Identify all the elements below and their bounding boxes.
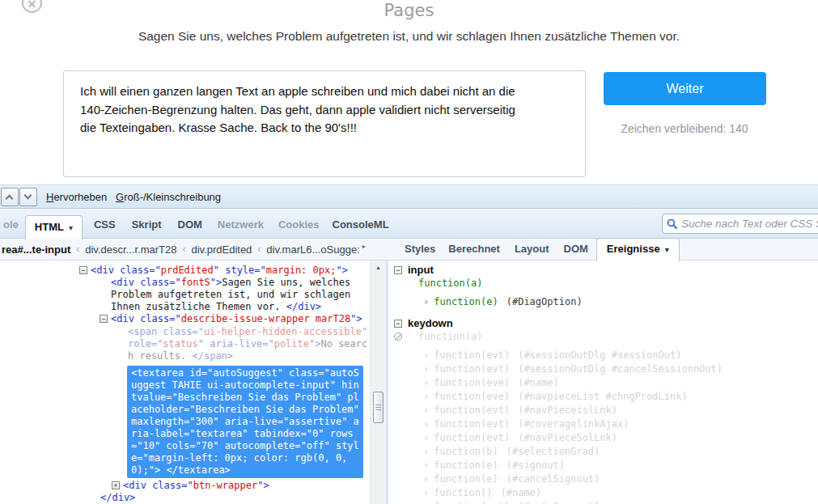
handler-selector-label: (#autoSuggest) (518, 501, 600, 504)
tab-label: Netzwerk (218, 218, 264, 231)
node-div-fontS[interactable]: <div class="fontS">Sagen Sie uns, welche… (111, 277, 355, 313)
event-handler-row[interactable]: ›function(eve)(#name) (388, 376, 818, 390)
chevron-down-icon (24, 192, 32, 200)
tab-label: Berechnet (448, 243, 500, 255)
expander-minus-icon[interactable]: − (100, 315, 108, 323)
handler-selector-label: (#coveragelinkAjax) (518, 418, 629, 430)
chevron-right-icon[interactable]: › (423, 363, 429, 375)
event-handler-row[interactable]: ›function(e)(#signout) (388, 459, 818, 472)
event-handler-row[interactable]: ›function(b)(#selectionGrad) (388, 445, 818, 459)
expander-minus-icon[interactable]: − (394, 320, 402, 328)
search-icon (667, 218, 678, 230)
handler-selector-label: (#signout) (506, 460, 565, 471)
event-handler-row[interactable]: ›function(eve)(#navpieceList #chngProdLi… (388, 390, 818, 404)
breadcrumb-item[interactable]: div.marL6...oSugge: (266, 244, 359, 256)
node-div-btn-wrapper[interactable]: +<div class="btn-wrapper"> (123, 480, 293, 492)
chevron-right-icon[interactable]: › (423, 473, 429, 485)
event-handler-row[interactable]: ›function(evt)(#coveragelinkAjax) (388, 417, 818, 431)
chevron-right-icon[interactable]: › (423, 501, 429, 504)
handler-function-label: function(b) (434, 446, 498, 457)
event-handler-row[interactable]: function(a) (388, 277, 818, 290)
issue-textarea-value: Ich will einen ganzen langen Text an app… (64, 71, 533, 138)
issue-textarea[interactable]: Ich will einen ganzen langen Text an app… (63, 70, 586, 177)
chevron-right-icon[interactable]: › (423, 418, 429, 430)
tab-dom[interactable]: DOM (176, 218, 204, 239)
node-span-ui-helper-hidden[interactable]: <span class="ui-helper-hidden-accessible… (128, 326, 370, 362)
tab-label: DOM (178, 218, 202, 231)
event-section-keydown: −keydownfunction(a)›function(evt)(#sessi… (388, 316, 818, 504)
event-handler-row[interactable]: ›function()(#name) (388, 486, 818, 500)
expander-plus-icon[interactable]: + (112, 481, 120, 489)
expander-minus-icon[interactable]: − (79, 266, 87, 274)
tab-styles[interactable]: Styles (403, 239, 437, 260)
event-type-input[interactable]: −input (388, 263, 818, 277)
breadcrumb-item[interactable]: div.prdEdited (191, 244, 252, 256)
tab-html[interactable]: HTML▾ (25, 215, 83, 239)
tab-berechnet[interactable]: Berechnet (447, 239, 502, 260)
chevron-right-icon[interactable]: › (423, 377, 429, 388)
handler-function-label: function(e) (434, 296, 498, 307)
devtools-search-box[interactable] (662, 214, 818, 234)
handler-function-label: function(evt) (434, 349, 510, 361)
tab-cookies[interactable]: Cookies (277, 218, 321, 239)
tab-skript[interactable]: Skript (130, 218, 163, 239)
tab-ereignisse[interactable]: Ereignisse▾ (596, 238, 680, 261)
chevron-right-icon[interactable]: › (423, 296, 429, 307)
node-div-prdEdited[interactable]: −<div class="prdEdited" style="margin: 0… (91, 265, 366, 277)
event-handler-row[interactable]: ›function(evt)(#sessionOutDlg #cancelSes… (388, 362, 818, 376)
page-subtitle: Sagen Sie uns, welches Problem aufgetret… (0, 29, 818, 44)
chevron-right-icon[interactable]: › (423, 460, 429, 471)
page-title: Pages (0, 1, 818, 20)
events-list: −inputfunction(a)›function(e)(#DiagOptio… (388, 263, 818, 504)
events-panel-tabs: StylesBerechnetLayoutDOMEreignisse▾ (396, 239, 680, 260)
breadcrumb-overflow-icon[interactable]: ▸ (362, 243, 366, 250)
node-div-describe-issue-wrapper[interactable]: −<div class="describe-issue-wrapper marT… (111, 313, 370, 325)
highlight-all-button[interactable]: Hervorheben (46, 191, 107, 203)
chevron-right-icon[interactable]: › (423, 487, 429, 498)
handler-selector-label: (#sessionOutDlg #sessionOut) (518, 349, 681, 361)
handler-selector-label: (#navPieceislLnk) (518, 404, 617, 416)
event-handler-row[interactable]: ›function(evt)(#navPieceSolLnk) (388, 431, 818, 445)
vertical-scrollbar[interactable]: ▲ (370, 260, 386, 504)
event-handler-row[interactable]: function(a) (388, 330, 818, 344)
chevron-right-icon[interactable]: › (423, 391, 429, 402)
chevron-right-icon[interactable]: › (423, 432, 429, 443)
tab-netzwerk[interactable]: Netzwerk (216, 218, 265, 239)
chevron-right-icon[interactable]: › (423, 349, 429, 361)
event-type-keydown[interactable]: −keydown (388, 316, 818, 330)
node-textarea-autoSuggest[interactable]: <textarea id="autoSuggest" class="autoSu… (127, 366, 363, 478)
find-next-button[interactable] (19, 188, 37, 206)
chevron-right-icon[interactable]: › (423, 404, 429, 416)
tab-layout[interactable]: Layout (513, 239, 551, 260)
event-handler-row[interactable]: ›function(evt)(#navPieceislLnk) (388, 404, 818, 417)
chevron-right-icon[interactable]: › (423, 446, 429, 457)
handler-function-label: function(e) (434, 460, 498, 471)
breadcrumb-item[interactable]: rea#...te-input (2, 244, 70, 256)
handler-selector-label: (#selectionGrad) (506, 446, 600, 457)
match-case-button[interactable]: Groß-/Kleinschreibung (116, 191, 221, 203)
breadcrumb-item[interactable]: div.descr...r.marT28 (85, 244, 176, 256)
expander-minus-icon[interactable]: − (394, 266, 402, 274)
chevron-left-icon: ‹ (257, 244, 261, 255)
event-handler-row[interactable]: ›function(e)(#cancelSignout) (388, 472, 818, 486)
tab-css[interactable]: CSS (92, 218, 117, 239)
find-previous-button[interactable] (1, 188, 19, 206)
event-handler-row[interactable]: ›function(evt)(#autoSuggest) (388, 500, 818, 504)
scroll-up-arrow-icon[interactable]: ▲ (371, 265, 386, 270)
weiter-button[interactable]: Weiter (604, 72, 766, 105)
tab-label: Layout (515, 243, 549, 255)
event-handler-row[interactable]: ›function(evt)(#sessionOutDlg #sessionOu… (388, 349, 818, 362)
tab-label: DOM (564, 243, 588, 255)
tab-consoleml[interactable]: ConsoleML (331, 218, 391, 239)
event-handler-row[interactable]: ›function(e)(#DiagOption) (388, 295, 818, 309)
tab-dom[interactable]: DOM (562, 239, 590, 260)
scrollbar-thumb[interactable] (373, 392, 384, 423)
search-input[interactable] (681, 218, 818, 230)
handler-selector-label: (#sessionOutDlg #cancelSessionnOut) (518, 363, 723, 375)
handler-function-label: function(evt) (434, 432, 510, 443)
tab-label: HTML (35, 221, 64, 233)
chevron-left-icon: ‹ (182, 244, 185, 255)
node-div-close[interactable]: </div> (100, 492, 165, 504)
handler-function-label: function(evt) (434, 363, 510, 375)
tab-ole[interactable]: ole (2, 218, 20, 239)
